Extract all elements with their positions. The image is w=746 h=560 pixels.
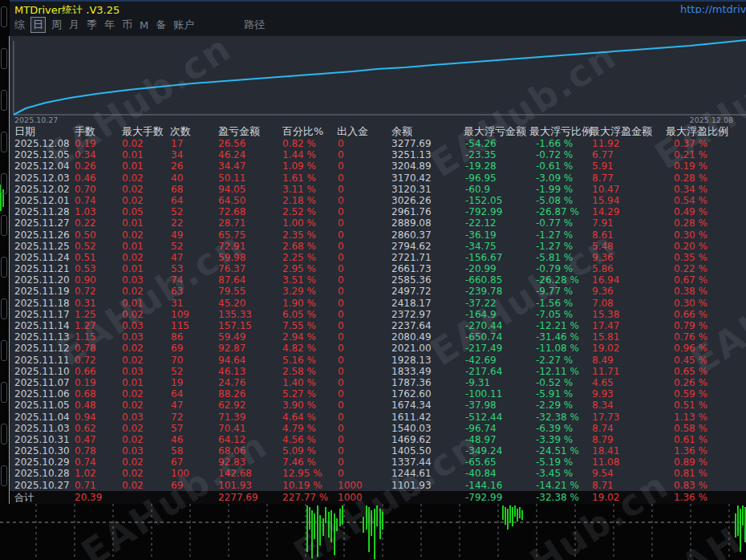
- cell: 0.34: [75, 149, 120, 160]
- cell: 0.68: [75, 388, 120, 400]
- toolbar-fragment: [1, 465, 7, 486]
- menu-item-备[interactable]: 备: [156, 18, 166, 32]
- cell: 0.02: [120, 388, 164, 400]
- table-total-row: 合计20.392277.69227.77 %1000-792.99-32.38 …: [10, 491, 746, 504]
- cell: 1928.13: [373, 355, 461, 366]
- menu-item-综[interactable]: 综: [14, 18, 25, 32]
- cell: 8.77: [590, 172, 666, 184]
- cell: -5.81 %: [529, 252, 590, 263]
- table-row: 2025.11.180.310.013145.201.90 %02418.17-…: [10, 298, 746, 309]
- cell: 0.89 %: [666, 457, 746, 468]
- cell: 0.72: [75, 355, 120, 366]
- cell: 0.02: [120, 309, 164, 320]
- cell: 9.36: [590, 286, 666, 297]
- cell: 109: [164, 309, 215, 320]
- cell: 94.05: [215, 184, 281, 195]
- total-cell: 227.77 %: [281, 491, 335, 504]
- cell: 1.03: [75, 206, 120, 217]
- menu-item-path[interactable]: 路径: [244, 18, 265, 32]
- cell: 8.34: [590, 400, 666, 411]
- cell: 100: [164, 468, 215, 479]
- cell: 68.06: [215, 445, 281, 457]
- cell: 2025.12.08: [14, 138, 75, 149]
- cell: -5.08 %: [529, 195, 590, 206]
- cell: 0: [335, 400, 373, 411]
- cell: 52: [164, 206, 215, 217]
- cell: 59.98: [215, 252, 281, 263]
- cell: 2025.12.05: [14, 149, 75, 160]
- volume-bars-svg: [0, 504, 746, 560]
- cell: 1.25: [75, 309, 120, 320]
- cell: -19.28: [461, 160, 529, 172]
- cell: 0: [335, 434, 373, 445]
- cell: 0: [335, 184, 373, 195]
- cell: -0.52 %: [529, 377, 590, 388]
- menu-item-日[interactable]: 日: [30, 17, 46, 33]
- cell: 62.92: [215, 400, 281, 411]
- cell: 0: [335, 331, 373, 343]
- cell: 70.41: [215, 423, 281, 434]
- cell: 0: [335, 229, 373, 241]
- cell: 0: [335, 309, 373, 320]
- total-cell: 1.36 %: [666, 491, 746, 504]
- toolbar-fragment: [1, 382, 7, 403]
- cell: -0.79 %: [529, 263, 590, 274]
- cell: 49: [164, 229, 215, 241]
- cell: 1.27: [75, 320, 120, 331]
- cell: 24.76: [215, 377, 281, 388]
- menu-item-季[interactable]: 季: [87, 18, 97, 32]
- cell: 1.13 %: [666, 412, 746, 423]
- cell: -34.75: [461, 241, 529, 252]
- cell: 9.36: [590, 252, 666, 263]
- table-row: 2025.11.060.680.026488.265.27 %01762.60-…: [10, 388, 746, 400]
- cell: 26.56: [215, 138, 281, 149]
- cell: 2025.10.29: [14, 457, 75, 468]
- cell: 22: [164, 217, 215, 229]
- cell: 46.24: [215, 149, 281, 160]
- cell: -2.27 %: [529, 355, 590, 366]
- menu-item-M[interactable]: M: [140, 19, 148, 31]
- table-row: 2025.12.010.740.026464.502.18 %03026.26-…: [10, 195, 746, 206]
- cell: -1.66 %: [529, 138, 590, 149]
- menu-item-币[interactable]: 币: [122, 18, 132, 32]
- column-header: 日期: [14, 125, 75, 138]
- column-header: 手数: [75, 125, 120, 138]
- cell: 0.02: [120, 252, 164, 263]
- cell: -0.77 %: [529, 217, 590, 229]
- cell: 0.02: [120, 423, 164, 434]
- cell: 18.41: [590, 445, 666, 457]
- cell: -349.24: [461, 445, 529, 457]
- cell: -12.21 %: [529, 320, 590, 331]
- cell: -2.29 %: [529, 400, 590, 411]
- cell: 71.39: [215, 412, 281, 423]
- table-row: 2025.12.050.340.013446.241.44 %03251.13-…: [10, 149, 746, 160]
- cell: 0.02: [120, 229, 164, 241]
- cell: 0.02: [120, 184, 164, 195]
- cell: -512.44: [461, 412, 529, 423]
- cell: 2585.36: [373, 274, 461, 286]
- cell: 79.55: [215, 286, 281, 297]
- column-header: 余额: [373, 125, 461, 138]
- cell: -42.69: [461, 355, 529, 366]
- menu-item-账户[interactable]: 账户: [173, 18, 194, 32]
- cell: -40.84: [461, 468, 529, 479]
- cell: 0.47: [75, 434, 120, 445]
- cell: 0.78: [75, 445, 120, 457]
- menu-item-年[interactable]: 年: [104, 18, 115, 32]
- table-row: 2025.11.100.660.035246.132.58 %01833.49-…: [10, 366, 746, 377]
- cell: 0: [335, 241, 373, 252]
- cell: 0.53: [75, 263, 120, 274]
- cell: 0.82 %: [281, 138, 335, 149]
- cell: 0: [335, 366, 373, 377]
- cell: 3.29 %: [281, 286, 335, 297]
- cell: 1.90 %: [281, 298, 335, 309]
- cell: 0: [335, 195, 373, 206]
- panel-titlebar: MTDriver统计 ,V3.25 http://mtdriver: [10, 0, 746, 14]
- total-cell: 2277.69: [215, 491, 281, 504]
- menu-item-月[interactable]: 月: [69, 18, 79, 32]
- cell: 0.83 %: [666, 480, 746, 491]
- cell: 0.26: [75, 160, 120, 172]
- cell: 0: [335, 206, 373, 217]
- cell: 0.03: [120, 274, 164, 286]
- menu-item-周[interactable]: 周: [51, 18, 62, 32]
